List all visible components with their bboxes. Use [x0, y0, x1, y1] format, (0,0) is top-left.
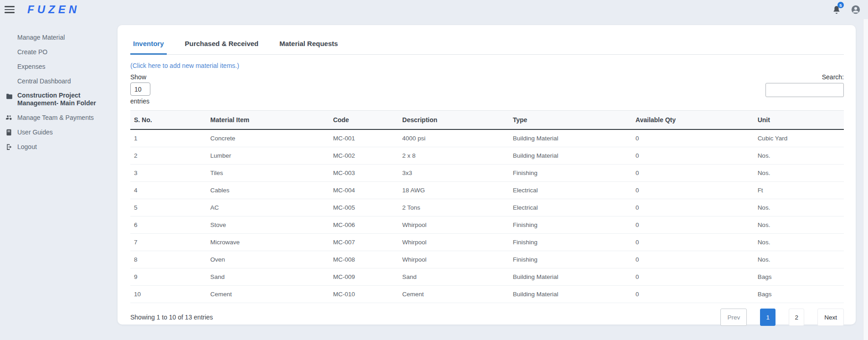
pagination-page-2[interactable]: 2	[789, 309, 804, 326]
cell-code: MC-005	[329, 199, 399, 216]
team-icon	[5, 113, 14, 122]
cell-code: MC-003	[329, 165, 399, 182]
col-header-code[interactable]: Code	[329, 111, 399, 130]
sidebar-item-user-guides[interactable]: User Guides	[0, 125, 117, 139]
pagination-page-1[interactable]: 1	[760, 309, 776, 326]
cell-description: 2 x 8	[399, 147, 509, 165]
cell-available-qty: 0	[632, 199, 754, 216]
cell-material-item: Sand	[207, 268, 329, 286]
sidebar-item-logout[interactable]: Logout	[0, 139, 117, 154]
cell-unit: Cubic Yard	[754, 129, 844, 147]
cell-unit: Ft	[754, 182, 844, 199]
cell-description: Cement	[399, 286, 509, 303]
sidebar-item-expenses[interactable]: Expenses	[0, 59, 117, 74]
pagination: Prev 1 2 Next	[720, 309, 844, 326]
app-logo[interactable]: FUZEN	[27, 3, 80, 16]
table-row: 8 Oven MC-008 Whirpool Finishing 0 Nos.	[130, 251, 844, 268]
table-row: 10 Cement MC-010 Cement Building Materia…	[130, 286, 844, 303]
cell-material-item: Cables	[207, 182, 329, 199]
topbar-actions: 5	[832, 5, 868, 15]
cell-available-qty: 0	[632, 234, 754, 251]
cell-available-qty: 0	[632, 182, 754, 199]
col-header-material-item[interactable]: Material Item	[207, 111, 329, 130]
sidebar-item-manage-material[interactable]: Manage Material	[0, 30, 117, 45]
cell-unit: Bags	[754, 268, 844, 286]
cell-sno: 5	[130, 199, 207, 216]
cell-material-item: Lumber	[207, 147, 329, 165]
col-header-sno[interactable]: S. No.	[130, 111, 207, 130]
cell-type: Building Material	[509, 286, 632, 303]
cell-type: Electrical	[509, 199, 632, 216]
scrollbar[interactable]	[863, 19, 868, 340]
cell-description: 4000 psi	[399, 129, 509, 147]
col-header-type[interactable]: Type	[509, 111, 632, 130]
table-footer: Showing 1 to 10 of 13 entries Prev 1 2 N…	[130, 309, 844, 326]
cell-available-qty: 0	[632, 147, 754, 165]
add-material-link[interactable]: (Click here to add new material items.)	[130, 62, 239, 69]
cell-type: Finishing	[509, 216, 632, 234]
tab-purchased-received[interactable]: Purchased & Received	[182, 40, 262, 55]
cell-material-item: Concrete	[207, 129, 329, 147]
col-header-available-qty[interactable]: Available Qty	[632, 111, 754, 130]
table-row: 7 Microwave MC-007 Whirpool Finishing 0 …	[130, 234, 844, 251]
entries-info: Showing 1 to 10 of 13 entries	[130, 314, 213, 321]
cell-description: Whirpool	[399, 251, 509, 268]
cell-description: 18 AWG	[399, 182, 509, 199]
cell-material-item: Cement	[207, 286, 329, 303]
tab-bar: Inventory Purchased & Received Material …	[130, 40, 844, 55]
pagination-prev-button[interactable]: Prev	[720, 309, 747, 326]
cell-code: MC-009	[329, 268, 399, 286]
cell-type: Finishing	[509, 165, 632, 182]
account-button[interactable]	[851, 5, 861, 15]
cell-sno: 4	[130, 182, 207, 199]
cell-available-qty: 0	[632, 129, 754, 147]
cell-available-qty: 0	[632, 216, 754, 234]
cell-type: Finishing	[509, 234, 632, 251]
cell-available-qty: 0	[632, 268, 754, 286]
notifications-button[interactable]: 5	[832, 5, 842, 15]
menu-icon[interactable]	[5, 6, 15, 13]
cell-material-item: Oven	[207, 251, 329, 268]
tab-material-requests[interactable]: Material Requests	[277, 40, 340, 55]
cell-material-item: Stove	[207, 216, 329, 234]
search-input[interactable]	[765, 83, 844, 97]
table-row: 6 Stove MC-006 Whirpool Finishing 0 Nos.	[130, 216, 844, 234]
cell-material-item: Tiles	[207, 165, 329, 182]
page-length-control: Show 10 entries	[130, 73, 150, 105]
cell-sno: 10	[130, 286, 207, 303]
cell-type: Building Material	[509, 147, 632, 165]
sidebar-item-central-dashboard[interactable]: Central Dashboard	[0, 74, 117, 88]
blank-icon	[5, 77, 14, 85]
cell-unit: Nos.	[754, 165, 844, 182]
col-header-description[interactable]: Description	[399, 111, 509, 130]
folder-icon	[5, 92, 14, 100]
cell-type: Building Material	[509, 268, 632, 286]
sidebar-item-construction-project-folder[interactable]: Construction Project Management- Main Fo…	[0, 88, 117, 110]
top-bar: FUZEN 5	[0, 0, 868, 19]
inventory-panel: Inventory Purchased & Received Material …	[118, 25, 856, 325]
user-avatar-icon	[851, 5, 861, 15]
table-row: 3 Tiles MC-003 3x3 Finishing 0 Nos.	[130, 165, 844, 182]
sidebar-item-manage-team-payments[interactable]: Manage Team & Payments	[0, 110, 117, 125]
cell-description: 3x3	[399, 165, 509, 182]
blank-icon	[5, 62, 14, 71]
pagination-next-button[interactable]: Next	[817, 309, 844, 326]
table-row: 5 AC MC-005 2 Tons Electrical 0 Nos.	[130, 199, 844, 216]
cell-sno: 7	[130, 234, 207, 251]
page-size-select[interactable]: 10	[130, 82, 150, 96]
search-control: Search:	[765, 73, 844, 97]
cell-description: Whirpool	[399, 234, 509, 251]
cell-code: MC-010	[329, 286, 399, 303]
table-row: 9 Sand MC-009 Sand Building Material 0 B…	[130, 268, 844, 286]
cell-unit: Nos.	[754, 251, 844, 268]
cell-code: MC-002	[329, 147, 399, 165]
cell-code: MC-007	[329, 234, 399, 251]
cell-sno: 3	[130, 165, 207, 182]
show-label: Show	[130, 73, 150, 81]
sidebar-item-create-po[interactable]: Create PO	[0, 45, 117, 59]
cell-sno: 9	[130, 268, 207, 286]
cell-unit: Nos.	[754, 234, 844, 251]
tab-inventory[interactable]: Inventory	[130, 40, 167, 55]
col-header-unit[interactable]: Unit	[754, 111, 844, 130]
cell-unit: Bags	[754, 286, 844, 303]
